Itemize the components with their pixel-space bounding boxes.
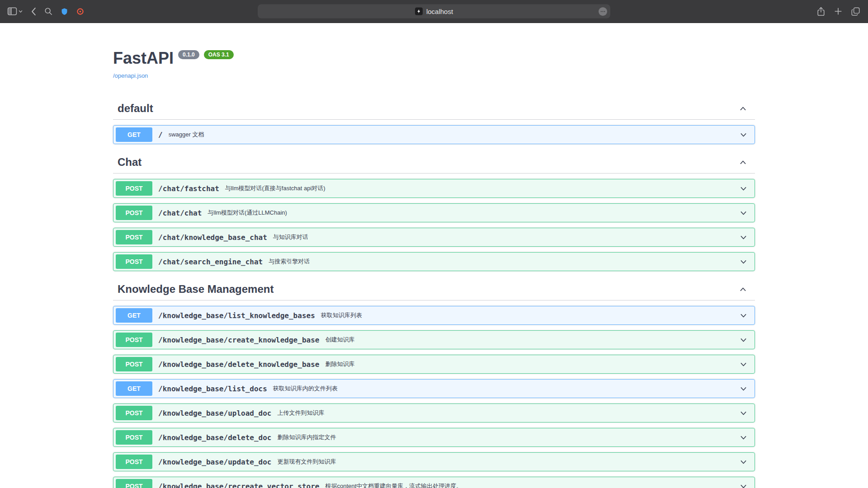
section-collapse-button[interactable]: [738, 104, 748, 113]
chevron-left-icon: [31, 7, 36, 16]
method-badge: POST: [116, 479, 152, 488]
operation-row[interactable]: GET/knowledge_base/list_knowledge_bases获…: [113, 306, 755, 325]
lightning-bolt-icon: [416, 9, 421, 14]
operation-expand-button[interactable]: [739, 360, 748, 369]
api-sections: defaultGET/swagger 文档ChatPOST/chat/fastc…: [113, 96, 755, 488]
operation-row[interactable]: POST/knowledge_base/delete_knowledge_bas…: [113, 355, 755, 374]
url-text: localhost: [426, 8, 453, 15]
operation-description: 删除知识库: [325, 360, 354, 368]
operation-expand-button[interactable]: [739, 384, 748, 394]
section-collapse-button[interactable]: [738, 285, 748, 294]
chevron-down-icon: [740, 434, 747, 441]
site-favicon: [415, 8, 423, 15]
section-collapse-button[interactable]: [738, 158, 748, 167]
operation-description: 与llm模型对话(通过LLMChain): [208, 209, 287, 217]
openapi-spec-link[interactable]: /openapi.json: [113, 72, 148, 79]
method-badge: GET: [116, 308, 152, 323]
section-title: Chat: [118, 156, 142, 169]
operation-expand-button[interactable]: [739, 457, 748, 467]
method-badge: GET: [116, 127, 152, 142]
operation-expand-button[interactable]: [739, 184, 748, 193]
operation-row[interactable]: POST/knowledge_base/update_doc更新现有文件到知识库: [113, 452, 755, 471]
chevron-down-icon: [740, 185, 747, 192]
operation-path: /knowledge_base/delete_doc: [158, 433, 271, 442]
operation-row[interactable]: POST/chat/fastchat与llm模型对话(直接与fastchat a…: [113, 179, 755, 198]
chevron-down-icon: [740, 409, 747, 417]
share-button[interactable]: [816, 6, 826, 17]
new-tab-button[interactable]: [833, 6, 843, 16]
section-header[interactable]: default: [113, 99, 755, 120]
blue-extension-button[interactable]: [60, 7, 69, 16]
operation-row[interactable]: POST/knowledge_base/delete_doc删除知识库内指定文件: [113, 428, 755, 447]
operation-description: 与知识库对话: [273, 233, 308, 241]
operation-row[interactable]: GET/knowledge_base/list_docs获取知识库内的文件列表: [113, 379, 755, 398]
operation-path: /knowledge_base/update_doc: [158, 458, 271, 466]
toolbar-right-group: [816, 6, 861, 17]
method-badge: POST: [116, 181, 152, 196]
sidebar-toggle-button[interactable]: [6, 6, 24, 16]
operation-path: /knowledge_base/recreate_vector_store: [158, 482, 319, 488]
operation-expand-button[interactable]: [739, 130, 748, 140]
method-badge: POST: [116, 406, 152, 420]
section-title: default: [118, 102, 153, 115]
operation-description: 与搜索引擎对话: [269, 258, 310, 266]
operation-description: 上传文件到知识库: [277, 409, 324, 417]
operation-description: 根据content中文档重建向量库，流式输出处理进度。: [325, 482, 462, 488]
chevron-down-icon: [740, 131, 747, 139]
operation-expand-button[interactable]: [739, 257, 748, 267]
search-button[interactable]: [43, 6, 53, 16]
operation-path: /chat/knowledge_base_chat: [158, 233, 267, 242]
chevron-down-icon: [740, 385, 747, 393]
blue-extension-icon: [61, 8, 68, 15]
chevron-down-icon: [740, 312, 747, 319]
chevron-up-icon: [739, 159, 747, 166]
tab-overview-button[interactable]: [850, 6, 861, 17]
page-settings-button[interactable]: [599, 7, 607, 16]
method-badge: POST: [116, 230, 152, 244]
section-header[interactable]: Knowledge Base Management: [113, 279, 755, 300]
operation-path: /knowledge_base/list_docs: [158, 385, 267, 393]
method-badge: POST: [116, 333, 152, 347]
tab-overview-icon: [851, 7, 860, 16]
section-title: Knowledge Base Management: [118, 283, 274, 296]
search-icon: [44, 7, 52, 15]
operation-row[interactable]: POST/chat/knowledge_base_chat与知识库对话: [113, 228, 755, 247]
operation-row[interactable]: POST/chat/chat与llm模型对话(通过LLMChain): [113, 203, 755, 222]
section-header[interactable]: Chat: [113, 152, 755, 174]
address-bar[interactable]: localhost: [258, 5, 610, 19]
operation-row[interactable]: GET/swagger 文档: [113, 125, 755, 144]
api-title-row: FastAPI 0.1.0 OAS 3.1: [113, 48, 755, 68]
operation-path: /knowledge_base/upload_doc: [158, 409, 271, 418]
operation-row[interactable]: POST/chat/search_engine_chat与搜索引擎对话: [113, 252, 755, 271]
plus-icon: [834, 7, 842, 15]
method-badge: POST: [116, 455, 152, 469]
operation-row[interactable]: POST/knowledge_base/upload_doc上传文件到知识库: [113, 404, 755, 422]
chevron-down-icon: [19, 10, 23, 13]
operation-expand-button[interactable]: [739, 311, 748, 320]
api-section-default: defaultGET/swagger 文档: [113, 96, 755, 144]
chevron-down-icon: [740, 258, 747, 266]
operation-expand-button[interactable]: [739, 335, 748, 345]
chevron-up-icon: [739, 105, 747, 113]
chevron-down-icon: [740, 458, 747, 466]
operation-expand-button[interactable]: [739, 433, 748, 442]
operation-path: /chat/search_engine_chat: [158, 258, 263, 266]
toolbar-left-group: [6, 6, 85, 17]
operation-expand-button[interactable]: [739, 482, 748, 488]
method-badge: POST: [116, 357, 152, 371]
operation-expand-button[interactable]: [739, 208, 748, 218]
operation-path: /knowledge_base/list_knowledge_bases: [158, 311, 315, 320]
back-button[interactable]: [30, 6, 37, 17]
chevron-down-icon: [740, 336, 747, 344]
red-extension-button[interactable]: [75, 7, 85, 16]
operation-expand-button[interactable]: [739, 233, 748, 242]
api-title: FastAPI: [113, 48, 174, 68]
operation-path: /knowledge_base/delete_knowledge_base: [158, 360, 319, 369]
operation-row[interactable]: POST/knowledge_base/recreate_vector_stor…: [113, 477, 755, 488]
share-icon: [817, 7, 825, 16]
operation-path: /: [158, 131, 163, 139]
swagger-ui-page: FastAPI 0.1.0 OAS 3.1 /openapi.json defa…: [0, 23, 868, 488]
operation-expand-button[interactable]: [739, 408, 748, 418]
operation-description: 更新现有文件到知识库: [277, 458, 336, 466]
operation-row[interactable]: POST/knowledge_base/create_knowledge_bas…: [113, 330, 755, 349]
